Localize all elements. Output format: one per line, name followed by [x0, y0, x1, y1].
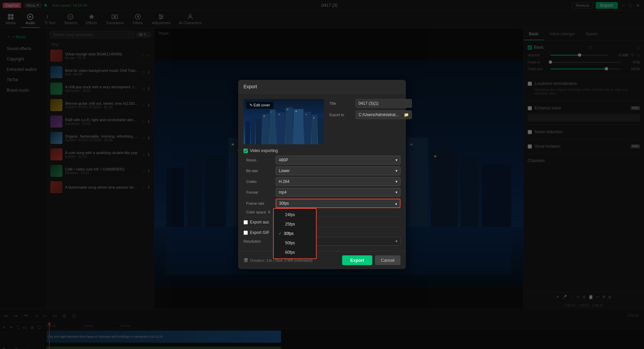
- modal-top: ✎ Edit cover Title Export to C:/Users/Ad…: [244, 99, 400, 144]
- svg-rect-52: [262, 114, 269, 144]
- svg-rect-63: [287, 109, 288, 110]
- modal-body: ✎ Edit cover Title Export to C:/Users/Ad…: [238, 94, 406, 251]
- video-icon: 🎬: [244, 258, 248, 262]
- fps-dropdown: 24fps 25fps ✓ 30fps: [273, 208, 317, 259]
- video-settings: Resol... 480P ▾ Bit rate Lower ▾: [244, 156, 400, 214]
- format-row: Format mp4 ▾: [246, 188, 400, 197]
- framerate-select[interactable]: 30fps ▴: [276, 199, 400, 208]
- export-to-label: Export to: [329, 113, 353, 117]
- export-modal: Export: [238, 80, 406, 269]
- codec-label: Codec: [246, 180, 273, 184]
- svg-rect-55: [285, 107, 293, 144]
- export-gif-checkbox[interactable]: [244, 231, 248, 235]
- chevron-up-icon: ▴: [395, 201, 397, 206]
- fps-option-60[interactable]: 60fps: [274, 248, 316, 257]
- export-audio-row: Export auc: [244, 220, 400, 225]
- chevron-down-icon: ▾: [395, 190, 397, 195]
- cover-thumbnail: ✎ Edit cover: [244, 99, 324, 144]
- format-label: Format: [246, 190, 273, 194]
- svg-rect-49: [245, 121, 250, 144]
- svg-rect-51: [256, 118, 262, 144]
- svg-rect-64: [296, 111, 297, 112]
- folder-icon[interactable]: 📁: [404, 112, 409, 117]
- modal-footer-buttons: Export Cancel: [342, 255, 400, 265]
- svg-rect-62: [279, 114, 280, 115]
- svg-rect-57: [304, 112, 311, 144]
- resolution-row: Resol... 480P ▾: [246, 156, 400, 164]
- edit-cover-button[interactable]: ✎ Edit cover: [246, 102, 273, 109]
- cancel-button[interactable]: Cancel: [375, 255, 400, 265]
- export-audio-checkbox[interactable]: [244, 220, 248, 225]
- gif-resolution-row: Resolution 240P ▾: [244, 237, 400, 246]
- export-to-row: Export to C:/Users/Administrat... 📁: [329, 110, 412, 119]
- format-select[interactable]: mp4 ▾: [276, 188, 400, 197]
- color-space-label: Color space: S: [246, 210, 273, 214]
- export-gif-row: Export GIF: [244, 230, 400, 235]
- modal-overlay: Export: [0, 0, 644, 349]
- svg-rect-65: [306, 114, 307, 115]
- chevron-down-icon: ▾: [395, 158, 397, 162]
- resolution-label: Resol...: [246, 158, 273, 162]
- resolution-select[interactable]: 480P ▾: [276, 156, 400, 164]
- chevron-down-icon: ▾: [395, 239, 397, 244]
- modal-title-bar: Export: [238, 80, 406, 94]
- framerate-row: Frame rate 30fps ▴ 24fps: [246, 199, 400, 208]
- svg-rect-59: [318, 117, 324, 144]
- bitrate-row: Bit rate Lower ▾: [246, 166, 400, 175]
- chevron-down-icon: ▾: [395, 168, 397, 173]
- bitrate-label: Bit rate: [246, 169, 273, 173]
- export-path-display: C:/Users/Administrat... 📁: [356, 110, 412, 119]
- svg-rect-50: [251, 117, 255, 144]
- fps-option-25[interactable]: 25fps: [274, 219, 316, 229]
- color-space-row: Color space: S: [246, 210, 400, 214]
- codec-select[interactable]: H.264 ▾: [276, 177, 400, 186]
- video-exporting-row: Video exporting: [244, 148, 400, 153]
- video-exporting-checkbox[interactable]: [244, 149, 248, 153]
- svg-rect-66: [313, 117, 314, 118]
- title-input[interactable]: [356, 99, 412, 108]
- export-button[interactable]: Export: [342, 255, 372, 265]
- modal-title: Export: [244, 84, 257, 89]
- chevron-down-icon: ▾: [395, 179, 397, 184]
- bitrate-select[interactable]: Lower ▾: [276, 166, 400, 175]
- modal-footer: 🎬 Duration: 13s | Size: 2 MB (estimated)…: [238, 251, 406, 269]
- svg-rect-56: [293, 109, 304, 144]
- svg-rect-61: [271, 112, 272, 112]
- title-row: Title: [329, 99, 412, 108]
- gif-resolution-label: Resolution: [244, 239, 270, 243]
- svg-rect-54: [276, 112, 285, 144]
- modal-form: Title Export to C:/Users/Administrat... …: [329, 99, 412, 144]
- video-export-section: Video exporting Resol... 480P ▾ Bit rate: [244, 148, 400, 214]
- fps-option-30[interactable]: ✓ 30fps: [274, 229, 316, 238]
- framerate-label: Frame rate: [246, 201, 273, 205]
- svg-rect-58: [312, 115, 317, 144]
- fps-option-50[interactable]: 50fps: [274, 238, 316, 248]
- title-label: Title: [329, 101, 353, 105]
- svg-rect-53: [270, 110, 276, 144]
- svg-rect-60: [264, 116, 265, 116]
- fps-option-24[interactable]: 24fps: [274, 210, 316, 219]
- codec-row: Codec H.264 ▾: [246, 177, 400, 186]
